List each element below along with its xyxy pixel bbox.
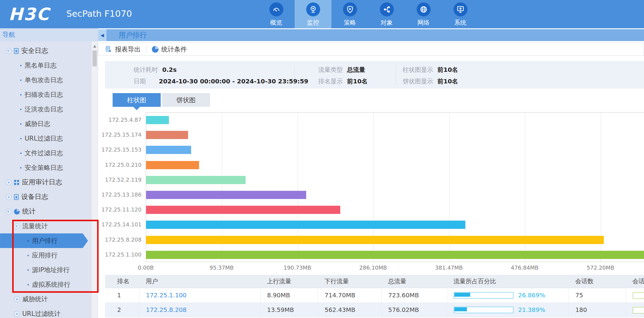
bullet-icon: [20, 152, 22, 154]
nav-item-policy[interactable]: 策略: [331, 0, 368, 28]
traffic-percent-bar: [454, 307, 513, 313]
app-grid-icon: [14, 180, 19, 185]
share-icon: [380, 2, 394, 16]
sidebar-item-flood-attack-log[interactable]: 泛洪攻击日志: [0, 102, 91, 117]
report-export-button[interactable]: 报表导出: [105, 45, 141, 54]
nav-item-objects[interactable]: 对象: [368, 0, 405, 28]
bullet-icon: [20, 109, 22, 110]
col-header-upstream: 上行流量: [260, 275, 318, 288]
total-cell: 723.60MB: [381, 288, 447, 302]
shield-icon: [343, 2, 357, 16]
nav-item-monitor[interactable]: 监控: [295, 0, 331, 28]
bullet-icon: [20, 79, 22, 81]
sidebar-item-url-filter-log[interactable]: URL过滤日志: [0, 131, 91, 146]
chart-bar: [146, 176, 246, 184]
nav-item-network[interactable]: 网络: [405, 0, 442, 28]
table-header-row: 排名 用户 上行流量 下行流量 总流量 流量所占百分比 会话数 会话: [105, 275, 644, 288]
col-header-downstream: 下行流量: [318, 275, 381, 288]
bar-chart-plot: [146, 112, 644, 262]
bullet-icon: [27, 269, 29, 271]
sidebar-item-scan-attack-log[interactable]: 扫描攻击日志: [0, 87, 91, 102]
tab-bar-chart[interactable]: 柱状图: [113, 93, 161, 107]
chart-bar: [146, 251, 644, 259]
sidebar-item-url-filter-statistics[interactable]: URL过滤统计: [0, 306, 91, 318]
log-doc-icon: [14, 48, 19, 54]
bullet-icon: [20, 123, 22, 125]
traffic-percent-cell: 21.389%: [447, 302, 569, 317]
sidebar-item-traffic-statistics[interactable]: 流量统计: [0, 219, 91, 233]
bullet-icon: [20, 167, 22, 169]
scrollbar-thumb[interactable]: [93, 51, 97, 66]
bullet-icon: [20, 65, 22, 66]
col-header-sessions: 会话数: [569, 275, 626, 288]
sidebar-item-app-audit-log[interactable]: 应用审计日志: [0, 175, 91, 190]
sidebar-item-statistics[interactable]: 统计: [0, 204, 91, 219]
sidebar-item-security-policy-log[interactable]: 安全策略日志: [0, 160, 91, 175]
toolbar: 报表导出 统计条件: [98, 43, 644, 56]
bullet-icon: [20, 94, 22, 96]
upstream-cell: 8.90MB: [260, 288, 318, 302]
rank-cell: 2: [105, 302, 139, 317]
user-cell: 172.25.8.208: [139, 302, 260, 317]
sidebar-item-threat-statistics[interactable]: 威胁统计: [0, 292, 91, 306]
expand-chevron-icon[interactable]: [14, 296, 20, 302]
collapse-sidebar-icon[interactable]: ◀: [98, 29, 107, 41]
main-content: ◀ 用户排行 报表导出 统计条件 统计耗时0.2s 日期2024-10-30 0…: [98, 28, 644, 318]
sidebar-item-file-filter-log[interactable]: 文件过滤日志: [0, 146, 91, 160]
sidebar-item-threat-log[interactable]: 威胁日志: [0, 117, 91, 131]
user-cell: 172.25.1.100: [139, 288, 260, 302]
chart-bar: [146, 191, 306, 199]
collapse-chevron-icon[interactable]: [14, 223, 20, 229]
nav-item-system[interactable]: 系统: [442, 0, 479, 28]
expand-chevron-icon[interactable]: [6, 194, 12, 200]
scroll-up-arrow-icon[interactable]: ▲: [92, 44, 98, 48]
sidebar-item-app-ranking[interactable]: 应用排行: [0, 248, 91, 263]
collapse-chevron-icon[interactable]: [6, 48, 12, 54]
top-nav: 概览 监控 策略 对象: [258, 0, 479, 28]
nav-item-overview[interactable]: 概览: [258, 0, 295, 28]
downstream-cell: 714.70MB: [318, 288, 381, 302]
chart-x-axis: 0.00B 95.37MB 190.73MB 286.10MB 381.47MB…: [146, 264, 644, 272]
col-header-rank: 排名: [105, 275, 139, 288]
tab-pie-chart[interactable]: 饼状图: [162, 93, 210, 107]
col-header-user: 用户: [139, 275, 260, 288]
upstream-cell: 13.59MB: [260, 302, 318, 317]
toolbar-divider: [146, 46, 146, 53]
bullet-icon: [20, 138, 22, 139]
sidebar-item-source-ip-ranking[interactable]: 源IP地址排行: [0, 263, 91, 277]
export-doc-icon: [105, 46, 112, 53]
statistic-conditions-button[interactable]: 统计条件: [152, 45, 187, 54]
chart-bar: [146, 236, 604, 244]
table-row: 2 172.25.8.208 13.59MB 562.43MB 576.02MB…: [105, 302, 644, 317]
rank-display: 排名显示前10名: [318, 77, 368, 86]
session-percent-cell: [626, 288, 644, 302]
sessions-cell: 75: [569, 288, 626, 302]
gauge-icon: [269, 2, 283, 16]
chart-bar: [146, 131, 188, 139]
rank-cell: 1: [105, 288, 139, 302]
col-header-total: 总流量: [381, 275, 447, 288]
bar-display: 柱状图显示前10名: [403, 66, 458, 74]
summary-panel: 统计耗时0.2s 日期2024-10-30 00:00:00 - 2024-10…: [105, 61, 644, 89]
traffic-percent-bar: [454, 292, 513, 299]
collapse-chevron-icon[interactable]: [6, 209, 12, 215]
user-ip-link[interactable]: 172.25.1.100: [146, 292, 187, 299]
expand-chevron-icon[interactable]: [6, 180, 12, 185]
sidebar-item-blacklist-log[interactable]: 黑名单日志: [0, 58, 91, 73]
expand-chevron-icon[interactable]: [14, 311, 20, 317]
sidebar-item-security-log[interactable]: 安全日志: [0, 44, 91, 58]
sidebar-item-device-log[interactable]: 设备日志: [0, 190, 91, 204]
nav-tree: 安全日志 黑名单日志 单包攻击日志 扫描攻击日志 泛洪攻击日志 威胁日志 URL…: [0, 41, 91, 318]
sidebar-item-virtual-system-ranking[interactable]: 虚拟系统排行: [0, 277, 91, 292]
traffic-type: 流量类型总流量: [318, 66, 365, 74]
sidebar-scrollbar[interactable]: ▲: [91, 41, 98, 318]
chart-bar: [146, 146, 191, 154]
col-header-traffic-percent: 流量所占百分比: [447, 275, 569, 288]
sidebar-item-user-ranking[interactable]: 用户排行: [0, 233, 83, 248]
user-ip-link[interactable]: 172.25.8.208: [146, 306, 187, 313]
bullet-icon: [27, 240, 29, 242]
chart-tabs: 柱状图 饼状图: [113, 93, 210, 107]
sidebar-item-single-packet-attack-log[interactable]: 单包攻击日志: [0, 73, 91, 87]
bullet-icon: [27, 255, 29, 256]
session-percent-bar: [633, 307, 644, 313]
